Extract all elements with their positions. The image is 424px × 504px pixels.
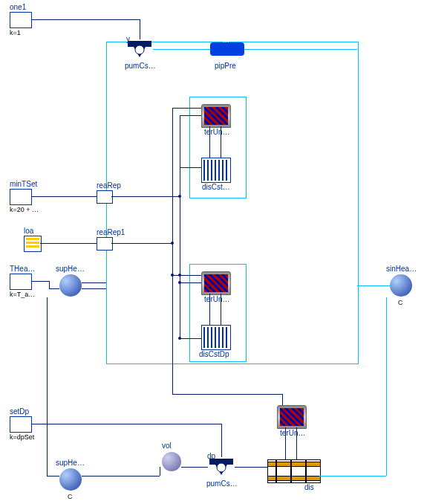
one1-sub: k=1 (10, 29, 21, 36)
supHe1-block[interactable] (59, 274, 82, 297)
pumCs1-block[interactable] (126, 39, 153, 60)
one1-block[interactable] (10, 12, 32, 28)
reaRep-block[interactable] (97, 190, 113, 204)
loa-label: loa (24, 227, 33, 235)
terUn3-label: terUn… (280, 429, 305, 437)
svg-point-5 (217, 463, 226, 472)
pipPre-label: pipPre (215, 62, 236, 70)
dis-block[interactable] (267, 459, 321, 483)
THea-block[interactable] (10, 274, 32, 290)
vol-block[interactable] (162, 452, 181, 471)
pumCs1-label: pumCs… (125, 62, 156, 70)
disCstDp-block[interactable] (201, 325, 231, 350)
reaRep1-block[interactable] (97, 237, 113, 251)
terUn2-label: terUn… (204, 295, 229, 303)
sinHea-sub: C (398, 299, 403, 306)
one1-label: one1 (10, 3, 26, 11)
terUn2-block[interactable] (201, 271, 231, 295)
THea-label: THea… (10, 265, 35, 273)
reaRep-label: reaRep (97, 181, 121, 190)
pipPre-m: m (223, 36, 229, 44)
minTSet-block[interactable] (10, 189, 32, 205)
reaRep1-label: reaRep1 (97, 228, 125, 236)
terUn1-label: terUn… (204, 128, 229, 136)
minTSet-label: minTSet (10, 180, 37, 188)
disCstDp-label: disCstDp (199, 350, 229, 358)
supHe1-label: supHe… (56, 265, 85, 273)
loa-block[interactable] (24, 236, 42, 252)
disCst1-block[interactable] (201, 158, 231, 183)
dis-label: dis (304, 483, 314, 491)
minTSet-sub: k=20 + … (10, 206, 39, 213)
sinHea-block[interactable] (390, 274, 412, 297)
setDp-block[interactable] (10, 416, 32, 433)
pumCs2-block[interactable] (208, 457, 235, 478)
disCst1-label: disCst… (202, 183, 230, 191)
supHe2-block[interactable] (59, 468, 82, 491)
setDp-sub: k=dpSet (10, 433, 34, 441)
svg-point-2 (135, 45, 144, 54)
terUn1-block[interactable] (201, 104, 231, 128)
supHe2-label: supHe… (56, 459, 85, 467)
terUn3-block[interactable] (277, 405, 307, 429)
pipPre-block[interactable] (210, 42, 244, 56)
THea-sub: k=T_a… (10, 291, 35, 298)
sinHea-label: sinHea… (386, 265, 417, 273)
pumCs2-label: pumCs… (206, 479, 238, 488)
setDp-label: setDp (10, 407, 29, 416)
supHe2-sub: C (68, 493, 73, 500)
vol-label: vol (162, 442, 172, 450)
